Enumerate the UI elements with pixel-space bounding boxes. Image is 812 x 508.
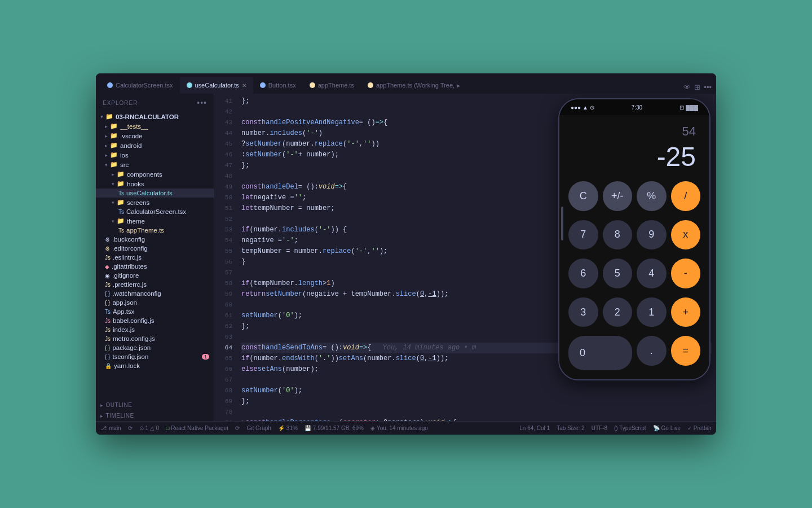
split-icon[interactable]: ⊞ <box>694 83 700 91</box>
folder-icon: 📁 <box>117 199 125 206</box>
tab-arrow: ▸ <box>457 82 460 89</box>
calc-btn-minus[interactable]: - <box>671 259 701 288</box>
outline-section[interactable]: ▸ OUTLINE <box>96 400 214 410</box>
file-icon: ⚙ <box>105 237 110 243</box>
tree-item-apptheme[interactable]: Ts appTheme.ts <box>96 226 214 235</box>
packager-icon: □ <box>166 425 169 431</box>
tree-item-index[interactable]: Js index.js <box>96 325 214 334</box>
eye-icon[interactable]: 👁 <box>683 83 691 91</box>
phone-signal: ●●● ▲ ⊙ <box>571 104 594 111</box>
tree-item-label: yarn.lock <box>114 362 140 369</box>
chevron-down-icon: ▾ <box>112 218 114 224</box>
percent-status[interactable]: ⚡ 31% <box>278 425 298 431</box>
tree-item-label: __tests__ <box>120 123 148 130</box>
main-content: EXPLORER ••• ▾ 📁 03-RNCALCULATOR ▸ 📁 __t… <box>96 94 716 421</box>
folder-icon: 📁 <box>110 142 118 149</box>
calc-btn-7[interactable]: 7 <box>568 220 598 250</box>
tree-item-gitignore[interactable]: ◉ .gitignore <box>96 271 214 280</box>
calc-btn-9[interactable]: 9 <box>637 220 667 250</box>
status-bar: ⎇ main ⟳ ⊙ 1 △ 0 □ React Native Packager… <box>96 421 716 435</box>
calc-btn-plus[interactable]: + <box>671 297 701 327</box>
tree-item-buckconfig[interactable]: ⚙ .buckconfig <box>96 235 214 244</box>
calc-buttons: C +/- % / 7 8 9 x 6 5 4 - <box>568 181 700 370</box>
tree-item-metro[interactable]: Js metro.config.js <box>96 334 214 343</box>
chevron-right-icon: ▸ <box>105 152 108 158</box>
branch-status[interactable]: ⎇ main <box>100 425 121 431</box>
tab-use-calculator[interactable]: useCalculator.ts ✕ <box>180 77 253 94</box>
percent-label: 31% <box>286 425 298 431</box>
calc-btn-c[interactable]: C <box>568 181 598 211</box>
scrollbar-thumb[interactable] <box>561 207 563 240</box>
calc-btn-0[interactable]: 0 <box>568 336 632 370</box>
calc-btn-percent[interactable]: % <box>637 181 667 211</box>
calc-btn-plusminus[interactable]: +/- <box>603 181 633 211</box>
tree-root[interactable]: ▾ 📁 03-RNCALCULATOR <box>96 112 214 121</box>
git-branch-icon: ⎇ <box>100 425 107 431</box>
sync-icon-2: ⟳ <box>235 425 240 431</box>
calc-btn-4[interactable]: 4 <box>637 259 667 288</box>
language-status[interactable]: () TypeScript <box>614 425 646 431</box>
timeline-section[interactable]: ▸ TIMELINE <box>96 410 214 421</box>
tab-button[interactable]: Button.tsx <box>253 77 303 94</box>
file-icon: 🔒 <box>105 363 112 369</box>
calc-btn-5[interactable]: 5 <box>603 259 633 288</box>
calc-btn-6[interactable]: 6 <box>568 259 598 288</box>
tree-item-calculatorscreen[interactable]: Ts CalculatorScreen.tsx <box>96 207 214 216</box>
sync-status[interactable]: ⟳ <box>128 425 133 431</box>
tree-item-android[interactable]: ▸ 📁 android <box>96 141 214 150</box>
encoding-status[interactable]: UTF-8 <box>592 425 607 431</box>
tree-item-components[interactable]: ▸ 📁 components <box>96 169 214 179</box>
tab-icon <box>107 82 113 88</box>
tree-item-tsconfig[interactable]: { } tsconfig.json 1 <box>96 352 214 361</box>
tree-item-prettier[interactable]: Js .prettierrc.js <box>96 280 214 289</box>
folder-icon: 📁 <box>117 170 125 178</box>
tab-close-icon[interactable]: ✕ <box>242 82 246 89</box>
calc-btn-3[interactable]: 3 <box>568 297 598 327</box>
calc-btn-2[interactable]: 2 <box>603 297 633 327</box>
tree-item-package[interactable]: { } package.json <box>96 343 214 352</box>
tab-actions: 👁 ⊞ ••• <box>683 83 712 94</box>
tree-item-yarn[interactable]: 🔒 yarn.lock <box>96 361 214 370</box>
tree-item-ios[interactable]: ▸ 📁 ios <box>96 150 214 160</box>
tab-app-theme-working[interactable]: appTheme.ts (Working Tree, ▸ <box>361 77 467 94</box>
tab-calculator-screen[interactable]: CalculatorScreen.tsx <box>100 77 180 94</box>
calc-btn-divide[interactable]: / <box>671 181 701 211</box>
errors-status[interactable]: ⊙ 1 △ 0 <box>139 425 159 431</box>
calc-btn-1[interactable]: 1 <box>637 297 667 327</box>
tree-item-editorconfig[interactable]: ⚙ .editorconfig <box>96 244 214 253</box>
position-status[interactable]: Ln 64, Col 1 <box>519 425 550 431</box>
packager-status[interactable]: □ React Native Packager <box>166 425 228 431</box>
tree-item-theme[interactable]: ▾ 📁 theme <box>96 216 214 226</box>
go-live-status[interactable]: 📡 Go Live <box>653 425 681 431</box>
tab-app-theme[interactable]: appTheme.ts <box>303 77 361 94</box>
tree-item-apptsx[interactable]: Ts App.tsx <box>96 307 214 316</box>
calc-btn-dot[interactable]: . <box>637 336 667 366</box>
tree-item-babel[interactable]: Js babel.config.js <box>96 316 214 325</box>
more-icon[interactable]: ••• <box>704 83 712 91</box>
tree-item-hooks[interactable]: ▾ 📁 hooks <box>96 179 214 189</box>
tree-item-usecalculator[interactable]: Ts useCalculator.ts <box>96 189 214 198</box>
merge-icon: ⚡ <box>278 425 285 431</box>
tree-item-src[interactable]: ▾ 📁 src <box>96 160 214 169</box>
tree-item-tests[interactable]: ▸ 📁 __tests__ <box>96 121 214 131</box>
tree-item-watchman[interactable]: { } .watchmanconfig <box>96 289 214 298</box>
go-live-label: Go Live <box>661 425 681 431</box>
prettier-status[interactable]: ✓ Prettier <box>687 425 712 431</box>
editor-area: 4142434445 4647484950 5152535455 5657585… <box>214 94 716 421</box>
calc-btn-multiply[interactable]: x <box>671 220 701 250</box>
tree-item-screens[interactable]: ▾ 📁 screens <box>96 198 214 207</box>
section-label: TIMELINE <box>106 413 134 419</box>
tree-item-eslint[interactable]: Js .eslintrc.js <box>96 253 214 262</box>
tree-item-appjson[interactable]: { } app.json <box>96 298 214 307</box>
calc-btn-equals[interactable]: = <box>671 336 701 366</box>
tree-item-gitattributes[interactable]: ◆ .gitattributes <box>96 262 214 271</box>
calc-btn-8[interactable]: 8 <box>603 220 633 250</box>
tree-item-vscode[interactable]: ▸ 📁 .vscode <box>96 131 214 141</box>
git-graph-label: Git Graph <box>246 425 271 431</box>
git-graph-status[interactable]: Git Graph <box>246 425 271 431</box>
tab-icon <box>310 82 315 88</box>
sidebar-more-icon[interactable]: ••• <box>197 98 207 107</box>
folder-icon: 📁 <box>105 113 113 120</box>
tab-size-status[interactable]: Tab Size: 2 <box>557 425 584 431</box>
blame-label: You, 14 minutes ago <box>377 425 428 431</box>
